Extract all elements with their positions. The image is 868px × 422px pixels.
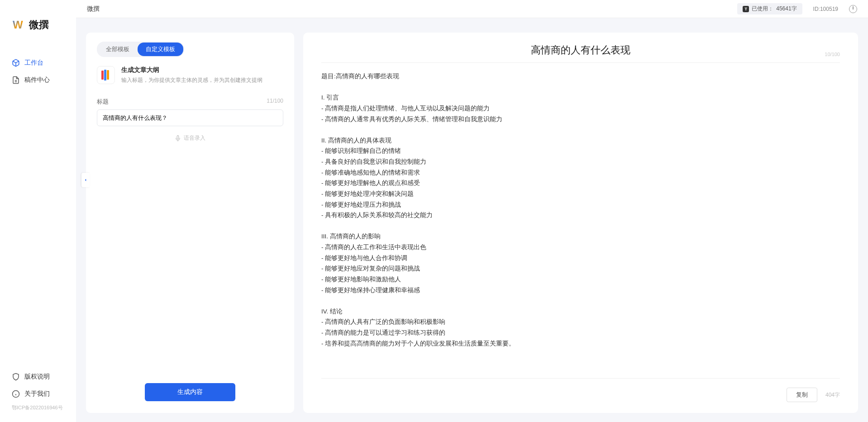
footer-label: 版权说明 [24, 373, 50, 381]
footer-copyright[interactable]: 版权说明 [0, 368, 76, 385]
mic-icon [175, 135, 181, 142]
title-label: 标题 [97, 98, 109, 106]
main-content: 全部模板 自定义模板 生成文章大纲 输入标题，为你提供文章主体的灵感，并为其创建… [76, 18, 868, 422]
usage-badge[interactable]: T 已使用： 45641字 [737, 3, 802, 14]
usage-value: 45641字 [776, 5, 796, 13]
template-name: 生成文章大纲 [121, 66, 262, 74]
left-panel: 全部模板 自定义模板 生成文章大纲 输入标题，为你提供文章主体的灵感，并为其创建… [86, 33, 294, 413]
page-title: 微撰 [87, 5, 100, 13]
power-icon[interactable] [849, 5, 857, 13]
text-icon: T [743, 6, 749, 12]
nav-workspace[interactable]: 工作台 [0, 54, 76, 71]
copy-button[interactable]: 复制 [787, 388, 817, 402]
voice-label: 语音录入 [184, 134, 205, 142]
footer-label: 关于我们 [24, 390, 50, 398]
shield-icon [12, 373, 20, 381]
output-title-count: 10/100 [825, 52, 840, 57]
sidebar-footer: 版权说明 关于我们 鄂ICP备2022016946号 [0, 368, 76, 422]
header-right: T 已使用： 45641字 ID:100519 [737, 3, 857, 14]
footer-about[interactable]: 关于我们 [0, 385, 76, 403]
output-header: 高情商的人有什么表现 10/100 [321, 43, 840, 63]
template-card: 生成文章大纲 输入标题，为你提供文章主体的灵感，并为其创建推文提纲 [97, 66, 283, 84]
nav-label: 工作台 [24, 59, 43, 67]
brand-logo: W 微撰 [0, 0, 76, 41]
template-tabs: 全部模板 自定义模板 [97, 42, 184, 57]
user-id: ID:100519 [813, 6, 838, 12]
icp-number: 鄂ICP备2022016946号 [0, 403, 76, 413]
tab-all-templates[interactable]: 全部模板 [98, 43, 138, 56]
title-char-count: 11/100 [267, 98, 283, 106]
logo-icon: W [13, 19, 25, 31]
template-desc: 输入标题，为你提供文章主体的灵感，并为其创建推文提纲 [121, 76, 262, 84]
books-icon [97, 66, 115, 84]
info-icon [12, 390, 20, 398]
template-info: 生成文章大纲 输入标题，为你提供文章主体的灵感，并为其创建推文提纲 [121, 66, 262, 84]
output-body[interactable]: 题目:高情商的人有哪些表现 I. 引言 - 高情商是指人们处理情绪、与他人互动以… [321, 71, 840, 373]
usage-label: 已使用： [752, 5, 773, 13]
generate-button[interactable]: 生成内容 [145, 383, 235, 401]
right-panel: 高情商的人有什么表现 10/100 题目:高情商的人有哪些表现 I. 引言 - … [303, 33, 858, 413]
top-header: 微撰 T 已使用： 45641字 ID:100519 [76, 0, 868, 18]
document-icon [12, 76, 20, 84]
output-word-count: 404字 [825, 391, 840, 399]
voice-input-row[interactable]: 语音录入 [97, 134, 283, 142]
nav-menu: 工作台 稿件中心 [0, 41, 76, 102]
title-label-row: 标题 11/100 [97, 98, 283, 106]
nav-label: 稿件中心 [24, 76, 50, 84]
cube-icon [12, 59, 20, 67]
brand-text: 微撰 [29, 18, 49, 32]
sidebar: W 微撰 工作台 稿件中心 版权说明 关于我们 [0, 0, 76, 422]
tab-custom-templates[interactable]: 自定义模板 [138, 43, 183, 56]
nav-drafts[interactable]: 稿件中心 [0, 71, 76, 89]
output-footer: 复制 404字 [321, 378, 840, 402]
output-title: 高情商的人有什么表现 [321, 43, 840, 57]
title-input[interactable] [97, 109, 283, 126]
collapse-handle[interactable] [81, 173, 90, 187]
